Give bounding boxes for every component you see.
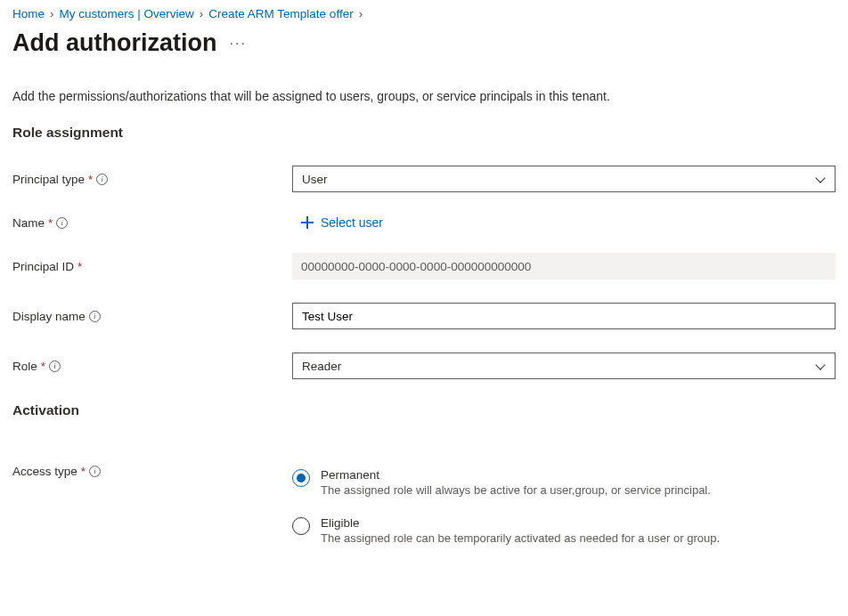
radio-desc: The assigned role can be temporarily act…	[321, 531, 720, 545]
required-star: *	[81, 465, 86, 478]
required-star: *	[88, 173, 93, 186]
radio-desc: The assigned role will always be active …	[321, 483, 711, 497]
radio-icon	[292, 517, 310, 535]
display-name-label: Display name i	[12, 310, 292, 323]
info-icon[interactable]: i	[49, 361, 61, 372]
principal-type-label: Principal type * i	[12, 173, 292, 186]
breadcrumb-create-offer[interactable]: Create ARM Template offer	[208, 7, 353, 20]
principal-type-select[interactable]: User	[292, 166, 836, 192]
chevron-right-icon: ›	[200, 7, 204, 20]
access-type-label: Access type * i	[12, 465, 292, 478]
page-intro: Add the permissions/authorizations that …	[12, 89, 836, 103]
role-label: Role * i	[12, 360, 292, 373]
breadcrumb-customers[interactable]: My customers | Overview	[60, 7, 194, 20]
radio-label: Permanent	[321, 468, 711, 482]
access-type-option-permanent[interactable]: Permanent The assigned role will always …	[292, 468, 836, 497]
chevron-right-icon: ›	[50, 7, 54, 20]
breadcrumb: Home › My customers | Overview › Create …	[12, 7, 836, 20]
section-activation: Activation	[12, 402, 836, 418]
role-value: Reader	[302, 360, 341, 373]
select-user-label: Select user	[321, 215, 383, 230]
chevron-right-icon: ›	[359, 7, 363, 20]
display-name-input[interactable]	[292, 303, 836, 329]
access-type-option-eligible[interactable]: Eligible The assigned role can be tempor…	[292, 516, 836, 545]
select-user-button[interactable]: Select user	[292, 215, 836, 230]
principal-type-value: User	[302, 173, 328, 186]
info-icon[interactable]: i	[89, 466, 101, 477]
page-title: Add authorization	[12, 29, 216, 57]
required-star: *	[77, 260, 82, 273]
radio-icon	[292, 469, 310, 487]
info-icon[interactable]: i	[96, 174, 108, 185]
info-icon[interactable]: i	[89, 311, 101, 322]
chevron-down-icon	[815, 361, 826, 371]
breadcrumb-home[interactable]: Home	[12, 7, 45, 20]
plus-icon	[301, 216, 314, 229]
more-actions-button[interactable]: ···	[229, 36, 246, 52]
role-select[interactable]: Reader	[292, 353, 836, 379]
principal-id-label: Principal ID *	[12, 260, 292, 273]
required-star: *	[48, 216, 53, 230]
access-type-radio-group: Permanent The assigned role will always …	[292, 465, 836, 545]
required-star: *	[41, 360, 45, 373]
principal-id-field: 00000000-0000-0000-0000-000000000000	[292, 253, 836, 280]
info-icon[interactable]: i	[56, 217, 68, 229]
chevron-down-icon	[815, 174, 826, 184]
principal-id-placeholder: 00000000-0000-0000-0000-000000000000	[301, 260, 531, 273]
section-role-assignment: Role assignment	[12, 125, 836, 141]
name-label: Name * i	[12, 216, 292, 230]
radio-label: Eligible	[321, 516, 720, 530]
